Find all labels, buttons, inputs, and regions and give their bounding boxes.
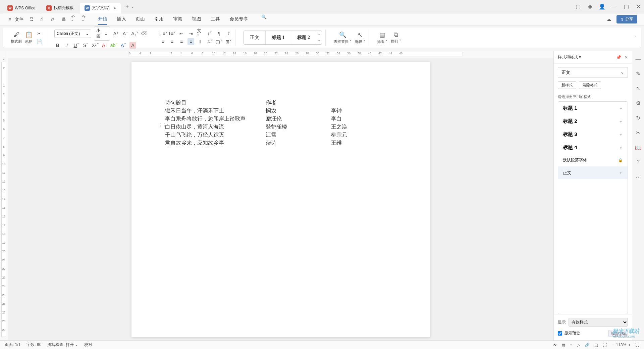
window-icon[interactable]: ▢ [575, 3, 581, 10]
number-list-icon[interactable]: 1≡˅ [169, 30, 175, 37]
style-body[interactable]: 正文 [244, 31, 266, 44]
style-heading2[interactable]: 标题 2 [291, 31, 317, 44]
save-icon[interactable]: 🖫 [28, 16, 34, 22]
font-color-icon[interactable]: A̲˅ [101, 42, 108, 49]
menu-tab-member[interactable]: 会员专享 [229, 14, 248, 25]
tab-document[interactable]: W 文字文稿1 ● [80, 3, 121, 13]
align-left-icon[interactable]: ≡ [159, 38, 166, 45]
avatar-icon[interactable]: 👤 [599, 3, 605, 10]
sort-icon[interactable]: ↕˅ [206, 30, 213, 37]
current-style-select[interactable]: 正文 ⌄ [558, 67, 628, 78]
style-heading2-row[interactable]: 标题 2↵ [558, 115, 628, 128]
menu-tab-tools[interactable]: 工具 [211, 14, 220, 25]
text-effects-icon[interactable]: A [129, 42, 136, 49]
collapse-ribbon-icon[interactable]: ⌃ [634, 36, 637, 40]
shading-icon[interactable]: ▢˅ [216, 38, 222, 45]
add-tab-button[interactable]: + [125, 3, 129, 10]
align-right-icon[interactable]: ≡ [178, 38, 185, 45]
cut-icon[interactable]: ✂ [36, 30, 43, 37]
paste-button[interactable]: 📋 粘贴 [25, 31, 33, 44]
style-heading1-row[interactable]: 标题 1↵ [558, 102, 628, 115]
superscript-icon[interactable]: X²˅ [92, 42, 99, 49]
strikethrough-icon[interactable]: S˅ [83, 42, 89, 49]
undo-icon[interactable]: ↶ ˅ [71, 16, 77, 22]
asian-layout-icon[interactable]: 文˅ [197, 30, 204, 37]
menu-tab-insert[interactable]: 插入 [117, 14, 126, 25]
tab-dropdown[interactable]: ⌄ [131, 4, 134, 9]
view-mode-4-icon[interactable]: ▷ [577, 343, 580, 347]
format-painter-button[interactable]: 🖌 格式刷 [11, 31, 22, 44]
style-default-font-row[interactable]: 默认段落字体🔒 [558, 154, 628, 166]
cloud-icon[interactable]: ☁ [606, 16, 612, 22]
bullet-list-icon[interactable]: ⋮≡˅ [159, 30, 166, 37]
print-preview-icon[interactable]: 🖶 [60, 16, 66, 22]
close-tab-icon[interactable]: ● [113, 6, 116, 10]
tab-templates[interactable]: D 找稻壳模板 [42, 3, 78, 13]
underline-icon[interactable]: U˅ [73, 42, 80, 49]
export-icon[interactable]: ⎙ [39, 16, 45, 22]
proof-button[interactable]: 校对 [84, 342, 92, 348]
zoom-out-button[interactable]: − [611, 343, 614, 347]
show-option-select[interactable]: 有效样式 [569, 318, 628, 327]
line-spacing-icon[interactable]: ⇕˅ [206, 38, 213, 45]
menu-tab-home[interactable]: 开始 [98, 14, 107, 25]
font-shrink-icon[interactable]: A⁻ [122, 30, 129, 37]
view-mode-2-icon[interactable]: ▤ [561, 343, 565, 347]
view-mode-6-icon[interactable]: ▢ [594, 343, 598, 347]
show-marks-icon[interactable]: ¶ [216, 30, 222, 37]
zoom-in-button[interactable]: + [628, 343, 631, 347]
style-body-row[interactable]: 正文↵ [558, 166, 628, 179]
text-color-icon[interactable]: A̲˅ [120, 42, 127, 49]
clear-format-icon[interactable]: ⌫ [141, 30, 148, 37]
fit-page-icon[interactable]: ⛶ [603, 343, 607, 347]
paragraph-icon[interactable]: ⤴ [225, 30, 232, 37]
font-size-select[interactable]: 小四 ⌄ [94, 27, 110, 41]
font-grow-icon[interactable]: A⁺ [113, 30, 119, 37]
style-heading3-row[interactable]: 标题 3↵ [558, 128, 628, 141]
align-justify-icon[interactable]: ≡ [187, 38, 194, 45]
close-window-icon[interactable]: ✕ [635, 3, 641, 10]
word-count[interactable]: 字数: 90 [26, 342, 41, 348]
view-mode-1-icon[interactable]: 👁 [553, 343, 557, 347]
ruler-vertical[interactable]: 4212345678910111213141516171819202122232… [0, 51, 8, 340]
sidebar-collapse-icon[interactable]: — [636, 56, 641, 62]
select-tool-icon[interactable]: ↖ [635, 85, 642, 92]
align-center-icon[interactable]: ≡ [169, 38, 175, 45]
view-mode-3-icon[interactable]: ≡ [570, 343, 572, 347]
fullscreen-icon[interactable]: ⛶ [635, 343, 639, 347]
cube-icon[interactable]: ◈ [587, 3, 593, 10]
style-up-icon[interactable]: ⌃ [318, 34, 320, 37]
change-case-icon[interactable]: Aₐ˅ [131, 30, 138, 37]
menu-tab-references[interactable]: 引用 [154, 14, 164, 25]
book-icon[interactable]: 📖 [635, 144, 642, 151]
menu-tab-review[interactable]: 审阅 [173, 14, 182, 25]
page[interactable]: 诗句题目 作者 锄禾日当午，汗滴禾下土悯农李钟李白乘舟将欲行，忽闻岸上踏歌声赠汪… [131, 62, 430, 337]
pencil-icon[interactable]: ✎ [635, 70, 642, 77]
minimize-icon[interactable]: — [611, 4, 617, 10]
refresh-icon[interactable]: ↻ [635, 114, 642, 121]
pin-icon[interactable]: 📌 [616, 55, 621, 60]
border-icon[interactable]: ⊞˅ [225, 38, 232, 45]
distribute-icon[interactable]: ⫴ [197, 38, 204, 45]
more-icon[interactable]: ⋯ [635, 173, 642, 181]
style-heading1[interactable]: 标题 1 [266, 31, 291, 44]
print-icon[interactable]: ⎙ [50, 16, 56, 22]
spellcheck-status[interactable]: 拼写检查: 打开 ⌄ [47, 342, 78, 348]
maximize-icon[interactable]: ▢ [623, 3, 629, 10]
find-replace-button[interactable]: 🔍 查找替换 ˅ [334, 31, 352, 44]
zoom-level[interactable]: 113% [616, 343, 626, 347]
help-icon[interactable]: ? [635, 158, 642, 166]
ruler-horizontal[interactable]: 6422468101214161820222426283032343638404… [8, 51, 553, 58]
view-mode-5-icon[interactable]: 🔗 [585, 343, 590, 347]
tools-icon[interactable]: ✂ [635, 129, 642, 136]
tab-wps-office[interactable]: W WPS Office [3, 3, 40, 13]
indent-increase-icon[interactable]: ⇥ [187, 30, 194, 37]
layout-button[interactable]: ▤ 排版 ˅ [377, 31, 387, 44]
search-icon[interactable]: 🔍 [261, 14, 267, 20]
copy-icon[interactable]: 📄 [36, 38, 43, 45]
arrange-button[interactable]: ⧉ 排列 ˅ [391, 31, 401, 44]
share-button[interactable]: ⇪ 分享 [616, 15, 637, 23]
clear-format-button[interactable]: 清除格式 [579, 81, 601, 89]
file-menu[interactable]: ≡ 文件 [7, 16, 23, 22]
redo-icon[interactable]: ↷ ˅ [82, 16, 88, 22]
